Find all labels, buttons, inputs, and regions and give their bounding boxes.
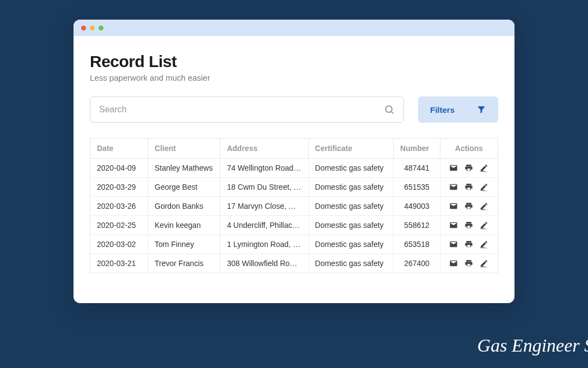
print-icon[interactable] [464,221,473,230]
cell-address: 74 Wellington Road, ... [220,159,308,178]
cell-date: 2020-03-26 [90,197,148,216]
filters-label: Filters [430,105,455,114]
svg-rect-6 [481,247,485,248]
app-window: Record List Less paperwork and much easi… [74,20,514,303]
edit-icon[interactable] [480,221,488,230]
edit-icon[interactable] [480,183,488,191]
svg-point-0 [385,106,392,112]
cell-certificate: Domestic gas safety [308,197,394,216]
cell-address: 17 Marvyn Close, Not... [220,197,308,216]
edit-icon[interactable] [480,240,488,249]
col-header-client: Client [148,138,220,159]
table-header-row: Date Client Address Certificate Number A… [90,138,498,159]
page-subtitle: Less paperwork and much easier [90,73,498,82]
table-row: 2020-04-09Stanley Mathews74 Wellington R… [90,159,498,178]
mail-icon[interactable] [449,183,458,191]
cell-client: Kevin keegan [148,216,220,235]
cell-date: 2020-03-21 [90,254,148,273]
page-title: Record List [90,52,498,71]
svg-rect-4 [481,209,485,209]
window-maximize-button[interactable] [99,26,103,31]
table-row: 2020-03-26Gordon Banks17 Marvyn Close, N… [90,197,498,216]
edit-icon[interactable] [480,164,488,172]
col-header-date: Date [90,138,148,159]
cell-number: 653518 [394,235,440,254]
filters-button[interactable]: Filters [418,96,498,123]
mail-icon[interactable] [449,164,458,172]
print-icon[interactable] [464,240,473,249]
mail-icon[interactable] [449,221,458,230]
cell-certificate: Domestic gas safety [308,159,394,178]
cell-actions [440,216,498,235]
cell-number: 449003 [394,197,440,216]
cell-date: 2020-04-09 [90,159,148,178]
cell-client: George Best [148,178,220,197]
window-close-button[interactable] [81,26,86,31]
window-minimize-button[interactable] [90,26,95,31]
edit-icon[interactable] [480,259,488,268]
cell-address: 308 Willowfield Road, H... [220,254,308,273]
cell-address: 1 Lymington Road, New... [220,235,308,254]
cell-number: 487441 [394,159,440,178]
col-header-number: Number [394,138,440,159]
cell-address: 18 Cwm Du Street, Ma... [220,178,308,197]
print-icon[interactable] [464,183,473,191]
table-row: 2020-03-29George Best18 Cwm Du Street, M… [90,178,498,197]
cell-number: 558612 [394,216,440,235]
filter-icon [476,105,486,114]
cell-address: 4 Undercliff, Phillack, T... [220,216,308,235]
mail-icon[interactable] [449,259,458,268]
cell-date: 2020-03-29 [90,178,148,197]
table-row: 2020-03-21Trevor Francis308 Willowfield … [90,254,498,273]
cell-date: 2020-03-02 [90,235,148,254]
svg-rect-5 [481,228,485,228]
col-header-actions: Actions [440,138,498,159]
cell-date: 2020-02-25 [90,216,148,235]
cell-actions [440,235,498,254]
cell-actions [440,254,498,273]
table-row: 2020-02-25Kevin keegan4 Undercliff, Phil… [90,216,498,235]
cell-number: 267400 [394,254,440,273]
cell-certificate: Domestic gas safety [308,235,394,254]
controls-row: Filters [90,96,498,123]
cell-actions [440,197,498,216]
cell-client: Trevor Francis [148,254,220,273]
brand-watermark: Gas Engineer S [477,335,588,356]
cell-client: Tom Finney [148,235,220,254]
search-input[interactable] [99,105,384,114]
search-icon [384,104,395,115]
col-header-address: Address [220,138,308,159]
print-icon[interactable] [464,164,473,172]
svg-rect-3 [481,190,485,190]
mail-icon[interactable] [449,202,458,210]
print-icon[interactable] [464,202,473,210]
table-row: 2020-03-02Tom Finney1 Lymington Road, Ne… [90,235,498,254]
cell-client: Stanley Mathews [148,159,220,178]
cell-certificate: Domestic gas safety [308,254,394,273]
cell-number: 651535 [394,178,440,197]
cell-client: Gordon Banks [148,197,220,216]
svg-line-1 [391,112,394,114]
cell-certificate: Domestic gas safety [308,178,394,197]
cell-actions [440,178,498,197]
svg-rect-7 [481,266,485,267]
mail-icon[interactable] [449,240,458,249]
window-titlebar [74,20,514,36]
print-icon[interactable] [464,259,473,268]
edit-icon[interactable] [480,202,488,210]
col-header-certificate: Certificate [308,138,394,159]
records-table: Date Client Address Certificate Number A… [90,138,498,273]
svg-rect-2 [481,171,485,171]
cell-actions [440,159,498,178]
search-field-wrap [90,96,404,123]
content-area: Record List Less paperwork and much easi… [74,36,514,284]
cell-certificate: Domestic gas safety [308,216,394,235]
